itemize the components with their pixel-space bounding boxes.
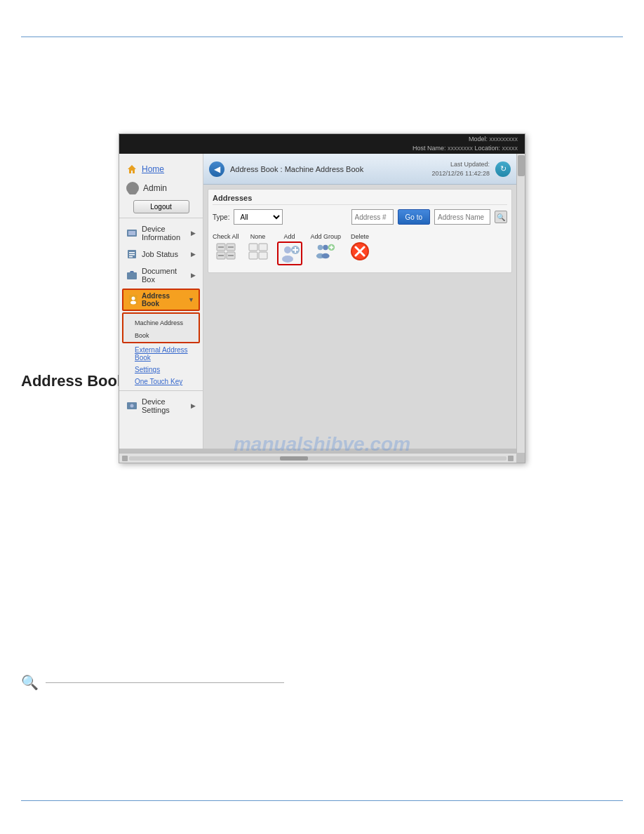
add-icon	[279, 244, 300, 263]
svg-rect-6	[129, 252, 135, 253]
add-icon-highlight	[277, 241, 302, 265]
svg-point-15	[130, 404, 134, 408]
sidebar-item-address-book[interactable]: Address Book ▼	[122, 289, 200, 311]
scroll-thumb-vertical[interactable]	[518, 155, 525, 176]
sidebar-item-home[interactable]: Home	[119, 159, 203, 179]
device-info-arrow-icon: ▶	[191, 230, 196, 237]
type-label: Type:	[213, 213, 229, 221]
svg-point-29	[282, 256, 293, 263]
addresses-panel: Addresses Type: All Email Folder FAX i-F…	[208, 189, 512, 273]
bottom-border	[21, 800, 623, 801]
home-icon	[126, 164, 137, 175]
address-book-icon	[128, 294, 139, 305]
addresses-toolbar: Type: All Email Folder FAX i-FAX Go to 🔍	[213, 209, 507, 225]
scroll-track	[129, 456, 507, 461]
device-settings-icon	[126, 400, 137, 411]
document-box-icon	[126, 270, 137, 281]
address-name-input[interactable]	[434, 209, 490, 225]
model-info: Model: xxxxxxxxx Host Name: xxxxxxxx Loc…	[412, 135, 518, 154]
svg-rect-7	[129, 254, 135, 256]
svg-rect-24	[249, 244, 257, 251]
main-layout: Home Admin Logout	[119, 154, 516, 449]
divider-2	[119, 390, 203, 391]
model-bar: Model: xxxxxxxxx Host Name: xxxxxxxx Loc…	[119, 134, 525, 154]
add-action[interactable]: Add	[277, 233, 302, 265]
svg-rect-25	[259, 244, 267, 251]
svg-rect-9	[127, 272, 137, 279]
svg-rect-27	[259, 252, 267, 259]
svg-point-28	[284, 246, 291, 253]
sidebar: Home Admin Logout	[119, 154, 203, 449]
sidebar-admin: Admin	[119, 179, 203, 197]
svg-point-33	[318, 245, 323, 251]
page-title: Address Book	[21, 372, 126, 390]
content-header: ◀ Address Book : Machine Address Book La…	[203, 154, 516, 185]
scrollbar-horizontal[interactable]	[119, 453, 516, 463]
svg-rect-8	[129, 256, 133, 258]
search-small-button[interactable]: 🔍	[495, 211, 507, 223]
addresses-title: Addresses	[213, 194, 507, 205]
address-number-input[interactable]	[351, 209, 394, 225]
sidebar-item-device-settings[interactable]: Device Settings ▶	[119, 394, 203, 418]
goto-button[interactable]: Go to	[398, 209, 430, 225]
search-small-icon: 🔍	[497, 213, 505, 221]
search-icon-large: 🔍	[21, 674, 39, 691]
action-buttons-row: Check All	[213, 230, 507, 268]
last-updated: Last Updated: 2012/12/26 11:42:28	[431, 160, 490, 178]
svg-rect-4	[128, 231, 135, 235]
svg-marker-10	[127, 271, 137, 272]
none-icon	[248, 241, 269, 261]
sidebar-item-job-status[interactable]: Job Status ▶	[119, 245, 203, 263]
svg-point-2	[128, 190, 137, 194]
check-all-action[interactable]: Check All	[213, 233, 239, 261]
none-action[interactable]: None	[248, 233, 269, 261]
delete-action[interactable]: Delete	[349, 233, 370, 261]
svg-point-36	[322, 253, 330, 259]
add-group-action[interactable]: Add Group	[311, 233, 342, 261]
svg-point-1	[130, 183, 135, 189]
logout-area: Logout	[119, 200, 203, 213]
search-line	[46, 682, 284, 683]
svg-point-13	[130, 301, 136, 305]
delete-icon	[349, 241, 370, 261]
sidebar-item-device-information[interactable]: Device Information ▶	[119, 221, 203, 245]
address-book-arrow-icon: ▼	[188, 296, 194, 303]
device-information-icon	[126, 227, 137, 239]
type-select[interactable]: All Email Folder FAX i-FAX	[234, 209, 283, 225]
scroll-thumb-h[interactable]	[280, 456, 308, 461]
refresh-button[interactable]: ↻	[495, 161, 511, 177]
bottom-search-area: 🔍	[21, 674, 284, 691]
scroll-right-btn[interactable]	[508, 456, 514, 461]
check-all-icon	[215, 241, 236, 261]
logout-button[interactable]: Logout	[133, 200, 189, 213]
svg-rect-26	[249, 252, 257, 259]
svg-marker-0	[128, 165, 136, 173]
sidebar-sub-item-one-touch-key[interactable]: One Touch Key	[119, 376, 203, 388]
device-settings-arrow-icon: ▶	[191, 402, 196, 409]
sidebar-sub-item-machine-address-book[interactable]: Machine Address Book	[122, 312, 200, 343]
job-status-arrow-icon: ▶	[191, 251, 196, 258]
back-button[interactable]: ◀	[209, 161, 224, 177]
breadcrumb: Address Book : Machine Address Book	[230, 165, 426, 173]
document-box-arrow-icon: ▶	[191, 272, 196, 279]
scroll-left-btn[interactable]	[122, 456, 128, 461]
top-border	[21, 37, 623, 37]
divider-1	[119, 218, 203, 218]
svg-point-12	[132, 297, 135, 300]
add-group-icon	[315, 241, 336, 261]
scrollbar-vertical[interactable]	[516, 154, 525, 453]
sidebar-sub-item-settings[interactable]: Settings	[119, 364, 203, 376]
admin-avatar-icon	[126, 182, 139, 194]
sidebar-sub-item-external-address-book[interactable]: External Address Book	[119, 344, 203, 364]
screenshot-container: Model: xxxxxxxxx Host Name: xxxxxxxx Loc…	[119, 133, 525, 463]
right-content: ◀ Address Book : Machine Address Book La…	[203, 154, 516, 449]
svg-point-34	[323, 245, 329, 251]
sidebar-item-document-box[interactable]: Document Box ▶	[119, 263, 203, 287]
job-status-icon	[126, 249, 137, 260]
